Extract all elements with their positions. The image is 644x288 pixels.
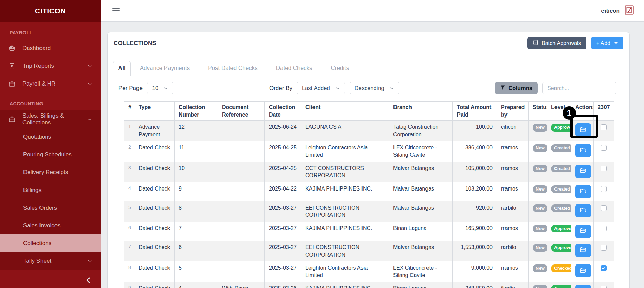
- chevron-down-icon: [163, 86, 168, 91]
- per-page-select[interactable]: 10: [147, 82, 173, 94]
- cell-status: New: [529, 222, 547, 241]
- sidebar-item-collections[interactable]: Collections: [0, 234, 101, 252]
- column-header-status: Status: [529, 102, 547, 121]
- cell-document-reference: [218, 222, 265, 241]
- 2307-checkbox[interactable]: [601, 205, 607, 211]
- cell-actions: [571, 201, 594, 222]
- order-by-select[interactable]: Last Added: [297, 82, 345, 94]
- level-badge: Created: [551, 204, 571, 212]
- tab-credits[interactable]: Credits: [322, 60, 358, 76]
- cell-client: KAJIMA PHILIPPINES INC.: [301, 182, 389, 201]
- cell-collection-date: 2025-03-27: [265, 222, 301, 241]
- sidebar-item-quotations[interactable]: Quotations: [0, 128, 101, 146]
- open-record-button[interactable]: [575, 204, 591, 217]
- cell-collection-date: 2025-03-27: [265, 261, 301, 282]
- table-row-4: 4Dated Check92025-04-22KAJIMA PHILIPPINE…: [124, 182, 614, 201]
- order-direction-select[interactable]: Descending: [350, 82, 399, 94]
- cell-document-reference: [218, 162, 265, 182]
- page-content: COLLECTIONS Batch Approvals: [101, 22, 644, 288]
- cell-total-amount-paid: 248,850.00: [453, 282, 497, 288]
- open-record-button[interactable]: [575, 264, 591, 277]
- batch-approvals-label: Batch Approvals: [542, 40, 581, 46]
- sidebar-item-billings[interactable]: Billings: [0, 181, 101, 199]
- 2307-checkbox[interactable]: [601, 145, 607, 151]
- add-label: + Add: [596, 40, 610, 46]
- 2307-checkbox[interactable]: [601, 245, 607, 251]
- folder-open-icon: [580, 246, 587, 254]
- column-header-collection-number: Collection Number: [175, 102, 218, 121]
- status-badge: New: [533, 185, 547, 193]
- open-record-button[interactable]: [575, 244, 591, 257]
- hamburger-icon[interactable]: [112, 7, 120, 15]
- tab-advance-payments[interactable]: Advance Payments: [131, 60, 199, 76]
- search-input[interactable]: [542, 82, 616, 94]
- cell-type: Dated Check: [134, 282, 175, 288]
- cell-type: Advance Payment: [134, 121, 175, 141]
- header-actions: Batch Approvals + Add: [527, 37, 623, 49]
- 2307-checkbox[interactable]: [601, 124, 607, 130]
- 2307-checkbox[interactable]: [601, 166, 607, 171]
- sidebar-item-payroll-hr[interactable]: Payroll & HR: [0, 75, 101, 93]
- table-controls: Per Page 10 Order By Last Added: [118, 82, 616, 94]
- cell-type: Dated Check: [134, 241, 175, 261]
- sidebar-item-dashboard[interactable]: Dashboard: [0, 40, 101, 57]
- tab-all[interactable]: All: [113, 61, 131, 76]
- sidebar-item-sales-billings-collections[interactable]: Sales, Billings & Collections: [0, 110, 101, 128]
- open-record-button[interactable]: [575, 165, 591, 178]
- chevron-down-icon: [87, 81, 93, 87]
- cell-client: CCT CONSTRUCTORS CORPORATION: [301, 162, 389, 182]
- user-menu[interactable]: citicon: [601, 5, 634, 16]
- cell-document-reference: [218, 182, 265, 201]
- 2307-checkbox[interactable]: [601, 265, 607, 271]
- column-header-: #: [124, 102, 134, 121]
- table-header-row: #TypeCollection NumberDocument Reference…: [124, 102, 614, 121]
- columns-button[interactable]: Columns: [495, 82, 538, 94]
- sidebar-item-sales-invoices[interactable]: Sales Invoices: [0, 217, 101, 234]
- cell-row-number: 5: [124, 201, 134, 222]
- cell-total-amount-paid: 103,200.00: [453, 182, 497, 201]
- batch-approvals-button[interactable]: Batch Approvals: [527, 37, 586, 49]
- sidebar-item-trip-reports[interactable]: Trip Reports: [0, 57, 101, 75]
- sidebar-item-label: Dashboard: [22, 45, 51, 52]
- cell-document-reference: [218, 201, 265, 222]
- cell-status: New: [529, 241, 547, 261]
- collections-card: COLLECTIONS Batch Approvals: [107, 32, 630, 288]
- add-button[interactable]: + Add: [591, 37, 623, 49]
- cell-row-number: 4: [124, 182, 134, 201]
- cell-collection-number: 9: [175, 182, 218, 201]
- table-row-3: 3Dated Check102025-04-25CCT CONSTRUCTORS…: [124, 162, 614, 182]
- 2307-checkbox[interactable]: [601, 286, 607, 288]
- open-record-button[interactable]: [575, 144, 591, 157]
- sidebar-item-tally-sheet[interactable]: Tally Sheet: [0, 252, 101, 270]
- status-badge: New: [533, 225, 547, 233]
- sidebar-item-delivery-receipts[interactable]: Delivery Receipts: [0, 164, 101, 181]
- cell-type: Dated Check: [134, 141, 175, 162]
- 2307-checkbox[interactable]: [601, 186, 607, 192]
- briefcase-icon: [8, 80, 16, 88]
- cell-collection-date: 2025-03-26: [265, 282, 301, 288]
- sidebar-collapse-button[interactable]: [85, 276, 92, 285]
- tab-dated-checks[interactable]: Dated Checks: [267, 60, 322, 76]
- folder-open-icon: [580, 207, 587, 214]
- cell-row-number: 7: [124, 241, 134, 261]
- open-record-button[interactable]: [575, 185, 591, 198]
- cell-client: EEI CONSTRUCTION CORPORATION: [301, 201, 389, 222]
- nav-group-sales-billings-collections: Sales, Billings & CollectionsQuotationsP…: [0, 110, 101, 270]
- column-header-prepared-by: Prepared by: [497, 102, 529, 121]
- main-area: citicon COLLECTIONS: [101, 0, 644, 288]
- annotation-highlight-rect: [570, 115, 598, 138]
- funnel-icon: [500, 85, 505, 91]
- cell-actions: [571, 241, 594, 261]
- cell-document-reference: [218, 261, 265, 282]
- collections-tabs: AllAdvance PaymentsPost Dated ChecksDate…: [113, 60, 624, 76]
- cell-type: Dated Check: [134, 201, 175, 222]
- tab-post-dated-checks[interactable]: Post Dated Checks: [199, 60, 267, 76]
- open-record-button[interactable]: [575, 285, 591, 288]
- sidebar-item-sales-orders[interactable]: Sales Orders: [0, 199, 101, 217]
- sidebar-item-pouring-schedules[interactable]: Pouring Schedules: [0, 146, 101, 164]
- cell-branch: Malvar Batangas: [389, 201, 453, 222]
- table-row-8: 8Dated Check52025-03-27Leighton Contract…: [124, 261, 614, 282]
- 2307-checkbox[interactable]: [601, 226, 607, 231]
- open-record-button[interactable]: [575, 225, 591, 238]
- table-row-7: 7Dated Check62025-03-27EEI CONSTRUCTION …: [124, 241, 614, 261]
